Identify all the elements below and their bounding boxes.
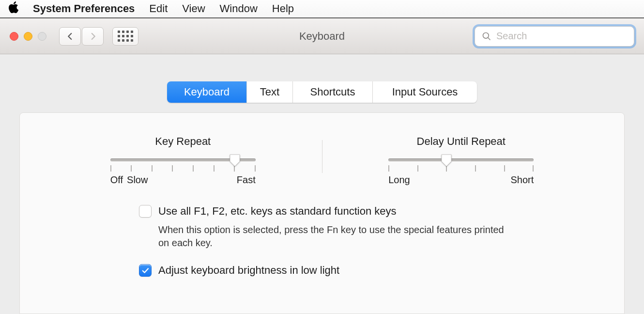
forward-button[interactable] [82, 27, 104, 46]
tab-text[interactable]: Text [247, 81, 293, 103]
key-repeat-left-a: Off [110, 174, 123, 186]
delay-thumb[interactable] [441, 154, 452, 167]
settings-panel: Key Repeat Off Slow Fast [19, 112, 625, 314]
back-button[interactable] [59, 27, 81, 46]
options-list: Use all F1, F2, etc. keys as standard fu… [20, 205, 624, 277]
apple-menu-icon[interactable] [9, 1, 19, 16]
close-window-button[interactable] [10, 32, 18, 41]
zoom-window-button [38, 32, 46, 41]
search-field-wrap[interactable] [475, 26, 634, 47]
window-toolbar: Keyboard [0, 18, 644, 54]
show-all-button[interactable] [112, 27, 138, 46]
fn-keys-option: Use all F1, F2, etc. keys as standard fu… [139, 205, 585, 218]
fn-keys-checkbox[interactable] [139, 205, 152, 218]
menu-window[interactable]: Window [220, 2, 258, 15]
window-title: Keyboard [299, 30, 345, 43]
minimize-window-button[interactable] [24, 32, 32, 41]
delay-title: Delay Until Repeat [347, 135, 576, 148]
key-repeat-right: Fast [237, 174, 256, 186]
key-repeat-block: Key Repeat Off Slow Fast [44, 135, 322, 186]
svg-line-1 [488, 37, 491, 40]
menubar: System Preferences Edit View Window Help [0, 0, 644, 18]
key-repeat-left-b: Slow [127, 174, 148, 186]
fn-keys-label: Use all F1, F2, etc. keys as standard fu… [158, 205, 397, 218]
nav-buttons [59, 27, 104, 46]
search-icon [482, 31, 491, 41]
tab-keyboard[interactable]: Keyboard [167, 81, 247, 103]
window-controls [10, 32, 46, 41]
tab-input-sources[interactable]: Input Sources [373, 81, 477, 103]
delay-right: Short [510, 174, 534, 186]
brightness-checkbox[interactable] [139, 264, 152, 277]
key-repeat-slider[interactable] [110, 158, 256, 172]
delay-block: Delay Until Repeat Long Short [322, 135, 600, 186]
menu-help[interactable]: Help [272, 2, 294, 15]
key-repeat-thumb[interactable] [229, 154, 241, 167]
fn-keys-desc: When this option is selected, press the … [158, 223, 507, 250]
brightness-option: Adjust keyboard brightness in low light [139, 264, 585, 277]
key-repeat-title: Key Repeat [68, 135, 298, 148]
grid-icon [118, 31, 133, 42]
app-name[interactable]: System Preferences [33, 2, 135, 15]
search-input[interactable] [496, 31, 627, 42]
tab-bar: Keyboard Text Shortcuts Input Sources [167, 81, 477, 103]
tab-shortcuts[interactable]: Shortcuts [293, 81, 373, 103]
menu-edit[interactable]: Edit [149, 2, 168, 15]
brightness-label: Adjust keyboard brightness in low light [158, 264, 339, 277]
prefpane-body: Keyboard Text Shortcuts Input Sources Ke… [0, 54, 644, 314]
menu-view[interactable]: View [182, 2, 205, 15]
delay-slider[interactable] [388, 158, 534, 172]
delay-left: Long [388, 174, 410, 186]
svg-point-0 [483, 32, 489, 38]
